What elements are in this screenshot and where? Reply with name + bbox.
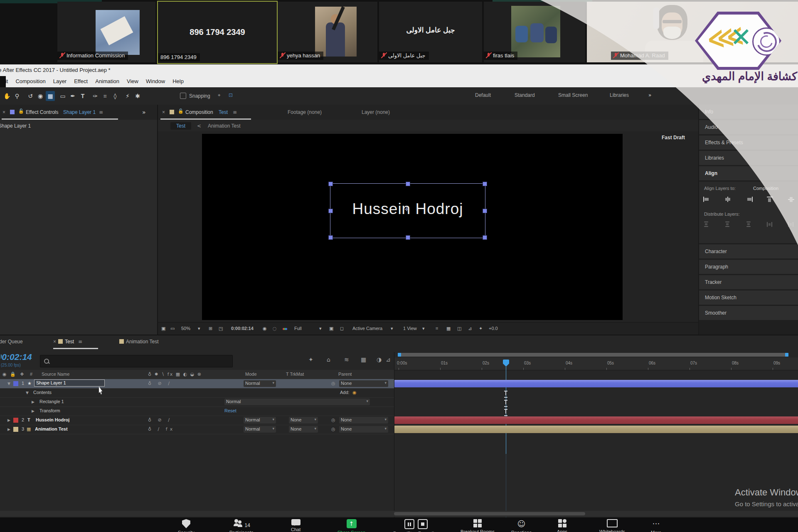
selection-handle[interactable] xyxy=(406,235,410,240)
snapshot-icon[interactable]: ◉ xyxy=(263,326,267,331)
effect-controls-target[interactable]: Shape Layer 1 xyxy=(63,109,96,115)
panel-tab-effects-presets[interactable]: Effects & Presets xyxy=(699,135,798,150)
share-screen-button[interactable]: ↑ Share Screen xyxy=(337,519,365,532)
zoom-level-value[interactable]: 50% xyxy=(181,326,190,331)
puppet-pin-tool-icon[interactable]: ✱ xyxy=(133,91,142,101)
distribute-h-center-icon[interactable] xyxy=(788,222,795,227)
exposure-value[interactable]: +0.0 xyxy=(489,326,498,331)
whiteboards-button[interactable]: Whiteboards xyxy=(599,519,625,532)
workspace-small-screen[interactable]: Small Screen xyxy=(558,92,588,98)
panel-tab-align[interactable]: Align xyxy=(699,166,798,180)
effect-controls-tab-label[interactable]: Effect Controls xyxy=(26,109,58,115)
property-row-rectangle[interactable]: ▶ Rectangle 1 Normal▾ xyxy=(0,397,394,407)
panel-tab-libraries[interactable]: Libraries xyxy=(699,151,798,165)
show-snapshot-icon[interactable]: ◌ xyxy=(273,326,277,331)
more-button[interactable]: ⋯ More xyxy=(651,519,661,532)
resolution-icon[interactable]: ▣ xyxy=(329,326,333,331)
grid-guides-icon[interactable]: ◳ xyxy=(219,326,223,331)
panel-tab-motion-sketch[interactable]: Motion Sketch xyxy=(699,291,798,305)
pan-behind-tool-icon[interactable]: ▦ xyxy=(46,91,55,101)
add-shape-icon[interactable]: ◉ xyxy=(352,390,357,395)
layer-switches[interactable]: ♁ ∕ fx xyxy=(148,426,175,432)
parent-pickwhip-icon[interactable]: ◎ xyxy=(331,417,335,423)
camera-dropdown-arrow[interactable]: ▾ xyxy=(391,326,393,331)
rotate-tool-icon[interactable]: ↺ xyxy=(26,91,35,101)
align-v-center-icon[interactable] xyxy=(788,197,795,202)
workspace-libraries[interactable]: Libraries xyxy=(610,92,629,98)
view-layout-value[interactable]: 1 View xyxy=(403,326,417,331)
trkmat-dropdown[interactable]: None▾ xyxy=(289,417,318,424)
always-preview-icon[interactable]: ▣ xyxy=(161,326,165,331)
layer-tab[interactable]: Layer (none) xyxy=(362,109,390,115)
property-row-contents[interactable]: ▼ Contents Add: ◉ xyxy=(0,388,394,398)
trkmat-column[interactable]: T TrkMat xyxy=(286,372,304,377)
hand-tool-icon[interactable]: ✋ xyxy=(2,91,12,101)
channels-value[interactable]: Full xyxy=(294,326,302,331)
parent-pickwhip-icon[interactable]: ◎ xyxy=(331,381,335,386)
align-h-center-icon[interactable] xyxy=(724,197,732,202)
apps-button[interactable]: Apps xyxy=(557,519,567,532)
lock-icon[interactable]: 🔓 xyxy=(18,108,24,114)
parent-dropdown[interactable]: None▾ xyxy=(339,380,388,387)
selection-handle[interactable] xyxy=(328,235,333,240)
zoom-tool-icon[interactable]: ⚲ xyxy=(12,91,22,101)
layer-bar-text[interactable] xyxy=(394,416,798,424)
pixel-aspect-icon[interactable]: ⌗ xyxy=(436,326,438,331)
participants-button[interactable]: 14 Participants xyxy=(229,519,253,532)
parent-column[interactable]: Parent xyxy=(338,372,352,377)
source-name-column[interactable]: Source Name xyxy=(42,372,69,377)
align-left-icon[interactable] xyxy=(703,197,710,202)
keyframe-icon[interactable] xyxy=(504,409,507,416)
fast-previews-icon[interactable]: ▦ xyxy=(446,326,451,331)
tab-menu-icon[interactable]: ≡ xyxy=(78,339,82,345)
parent-pickwhip-icon[interactable]: ◎ xyxy=(331,426,335,432)
eraser-tool-icon[interactable]: ◊ xyxy=(111,91,120,101)
snap-option2-icon[interactable]: ⊡ xyxy=(229,92,233,98)
roi-icon[interactable]: ⊞ xyxy=(209,326,212,331)
panel-menu-icon[interactable]: ≡ xyxy=(233,109,237,115)
mode-dropdown[interactable]: Normal▾ xyxy=(244,417,276,424)
menu-effect[interactable]: Effect xyxy=(70,76,91,84)
reset-exposure-icon[interactable]: ✦ xyxy=(479,326,483,331)
layer-switches[interactable]: ♁ ⊘ ∕ xyxy=(148,417,172,423)
layer-bar-shape[interactable] xyxy=(394,380,798,387)
mode-dropdown[interactable]: Normal▾ xyxy=(244,380,276,387)
menu-help[interactable]: Help xyxy=(169,76,187,84)
tab-close-icon[interactable]: × xyxy=(53,339,56,345)
distribute-bottom-icon[interactable] xyxy=(746,222,753,227)
composition-comp-name[interactable]: Test xyxy=(219,109,228,115)
participant-tile[interactable]: جبل عامل الاولى جبل عامل الاولى xyxy=(379,2,482,62)
type-tool-icon[interactable]: T xyxy=(78,91,87,101)
distribute-top-icon[interactable] xyxy=(703,222,710,227)
menu-layer[interactable]: Layer xyxy=(49,76,71,84)
anchor-point-icon[interactable]: ✛ xyxy=(404,206,409,212)
roto-brush-tool-icon[interactable]: ⚡ xyxy=(123,91,132,101)
shape-blend-mode-dropdown[interactable]: Normal▾ xyxy=(224,399,370,405)
workspace-standard[interactable]: Standard xyxy=(515,92,535,98)
composition-canvas[interactable]: Hussein Hodroj ✛ xyxy=(202,134,623,320)
selection-handle[interactable] xyxy=(328,209,333,213)
pen-tool-icon[interactable]: ✒ xyxy=(68,91,77,101)
lock-icon[interactable]: 🔓 xyxy=(178,108,184,114)
selection-handle[interactable] xyxy=(328,182,333,186)
work-area-bar[interactable] xyxy=(398,353,788,357)
mode-column[interactable]: Mode xyxy=(245,372,257,377)
draft-3d-icon[interactable]: ⌂ xyxy=(327,356,330,363)
timeline-search-field[interactable] xyxy=(40,355,233,367)
camera-tool-icon[interactable]: ◉ xyxy=(36,91,45,101)
align-layers-to-value[interactable]: Composition xyxy=(753,186,778,191)
stop-recording-icon[interactable] xyxy=(418,519,428,529)
keyframe-icon[interactable] xyxy=(504,400,507,407)
reset-link[interactable]: Reset xyxy=(224,408,236,413)
selection-handle[interactable] xyxy=(483,209,487,213)
time-ruler[interactable]: 0:00s 01s 02s 03s 04s 05s 06s 07s 08s 09… xyxy=(394,357,798,370)
active-camera-value[interactable]: Active Camera xyxy=(352,326,382,331)
align-top-icon[interactable] xyxy=(767,197,774,202)
chat-button[interactable]: Chat xyxy=(291,519,300,532)
layer-name[interactable]: Animation Test xyxy=(35,426,68,431)
timeline-timecode[interactable]: 0:00:02:14 xyxy=(1,352,38,362)
selection-handle[interactable] xyxy=(483,182,487,186)
panel-overflow-chevron[interactable]: » xyxy=(142,109,146,116)
participant-tile[interactable]: firas tlais xyxy=(484,2,585,62)
layer-switches[interactable]: ♁ ⊘ ∕ xyxy=(148,381,172,386)
